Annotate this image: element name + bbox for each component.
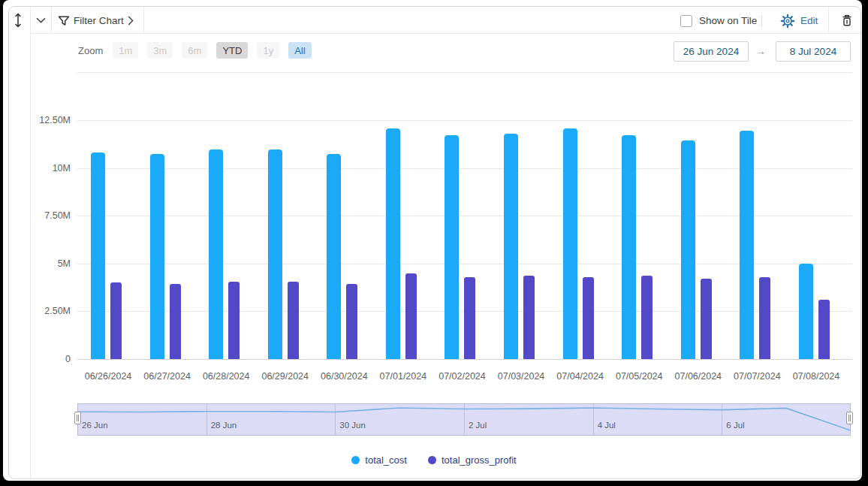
zoom-presets: Zoom 1m3m6mYTD1yAll xyxy=(78,42,312,59)
bar-total_gross_profit[interactable] xyxy=(759,277,770,359)
zoom-preset-all[interactable]: All xyxy=(288,42,311,59)
y-axis-tick-label: 2.50M xyxy=(21,306,71,316)
chart-legend: total_costtotal_gross_profit xyxy=(0,454,868,466)
bar-total_cost[interactable] xyxy=(91,152,105,359)
range-to-input[interactable]: 8 Jul 2024 xyxy=(776,41,851,62)
bar-total_cost[interactable] xyxy=(740,131,754,359)
navigator-series-line xyxy=(77,403,851,436)
filter-chart-button[interactable]: Filter Chart xyxy=(74,15,124,26)
toolbar-divider xyxy=(143,7,144,33)
left-column-divider xyxy=(30,7,31,478)
navigator-left-handle[interactable] xyxy=(74,412,81,424)
bar-total_cost[interactable] xyxy=(445,135,459,359)
funnel-icon xyxy=(58,15,70,27)
bar-total_cost[interactable] xyxy=(504,134,518,359)
zoom-preset-1m[interactable]: 1m xyxy=(113,42,138,59)
bar-total_cost[interactable] xyxy=(327,154,341,359)
y-gridline xyxy=(77,168,852,169)
bar-total_gross_profit[interactable] xyxy=(464,277,475,359)
y-axis-tick-label: 5M xyxy=(21,258,71,269)
show-on-tile-label: Show on Tile xyxy=(699,15,757,26)
toolbar-divider xyxy=(828,7,829,33)
bar-total_cost[interactable] xyxy=(386,128,400,359)
bar-total_gross_profit[interactable] xyxy=(583,277,594,359)
legend-label: total_cost xyxy=(365,454,407,466)
bar-total_cost[interactable] xyxy=(209,149,223,359)
toolbar-bottom-border xyxy=(31,33,860,34)
bar-total_gross_profit[interactable] xyxy=(405,273,417,359)
bar-total_cost[interactable] xyxy=(799,264,813,359)
edit-button[interactable]: Edit xyxy=(800,15,818,26)
bar-total_cost[interactable] xyxy=(622,135,636,359)
x-axis-line xyxy=(77,359,852,360)
bar-total_gross_profit[interactable] xyxy=(288,282,299,359)
range-arrow-icon: → xyxy=(755,45,766,57)
zoom-label: Zoom xyxy=(78,45,103,56)
bar-total_gross_profit[interactable] xyxy=(701,279,712,359)
toolbar-divider xyxy=(51,7,52,33)
legend-marker-icon xyxy=(351,456,360,464)
trash-icon[interactable] xyxy=(841,14,853,27)
vertical-resize-icon[interactable] xyxy=(14,12,23,29)
toolbar-divider xyxy=(761,15,762,27)
range-from-input[interactable]: 26 Jun 2024 xyxy=(674,41,749,62)
y-gridline xyxy=(77,264,852,264)
zoom-preset-6m[interactable]: 6m xyxy=(182,42,207,59)
legend-label: total_gross_profit xyxy=(442,454,517,466)
bar-total_gross_profit[interactable] xyxy=(228,282,240,359)
x-axis-tick-label: 07/08/2024 xyxy=(782,371,851,382)
legend-item-total_gross_profit[interactable]: total_gross_profit xyxy=(428,454,517,466)
legend-item-total_cost[interactable]: total_cost xyxy=(351,454,407,466)
bar-total_gross_profit[interactable] xyxy=(523,276,535,359)
y-gridline xyxy=(77,216,852,216)
bar-total_gross_profit[interactable] xyxy=(641,276,653,359)
y-axis-tick-label: 12.50M xyxy=(21,115,71,125)
y-axis-tick-label: 10M xyxy=(21,163,71,174)
show-on-tile-checkbox[interactable] xyxy=(680,15,692,27)
bar-total_gross_profit[interactable] xyxy=(170,284,181,359)
zoom-preset-1y[interactable]: 1y xyxy=(257,42,279,59)
bar-total_gross_profit[interactable] xyxy=(110,282,122,359)
bar-total_cost[interactable] xyxy=(563,128,577,359)
navigator-right-handle[interactable] xyxy=(846,412,853,424)
y-axis-tick-label: 0 xyxy=(21,354,71,364)
y-gridline xyxy=(77,72,852,73)
y-axis-tick-label: 7.50M xyxy=(21,210,71,221)
bar-total_cost[interactable] xyxy=(150,154,164,359)
legend-marker-icon xyxy=(428,456,436,464)
zoom-preset-ytd[interactable]: YTD xyxy=(216,42,248,59)
bar-total_cost[interactable] xyxy=(268,149,282,359)
chevron-down-icon[interactable] xyxy=(36,17,46,23)
bar-total_gross_profit[interactable] xyxy=(346,284,357,359)
chart-widget: Filter Chart Show on Tile Edit Zoom 1m3m… xyxy=(0,0,868,486)
zoom-preset-3m[interactable]: 3m xyxy=(147,42,173,59)
bar-total_gross_profit[interactable] xyxy=(818,300,830,359)
bar-total_cost[interactable] xyxy=(681,140,695,359)
gear-icon[interactable] xyxy=(780,14,795,29)
chevron-right-icon[interactable] xyxy=(128,16,134,26)
y-gridline xyxy=(77,120,852,121)
